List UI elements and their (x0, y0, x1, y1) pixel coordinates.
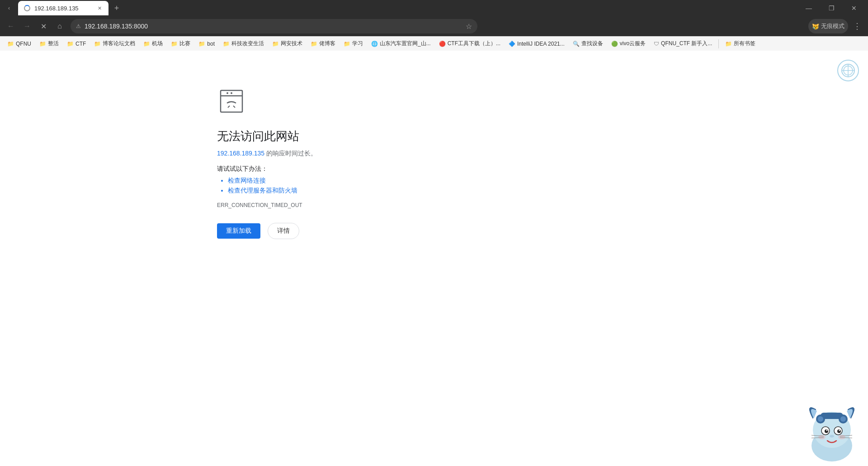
svg-point-21 (826, 430, 828, 431)
security-icon: ⚠ (76, 23, 81, 29)
error-container: 无法访问此网站 192.168.189.135 的响应时间过长。 请试试以下办法… (217, 87, 317, 239)
bookmarks-bar: 📁 QFNU 📁 整活 📁 CTF 📁 博客论坛文档 📁 机场 📁 比赛 📁 b… (0, 36, 868, 51)
error-subtitle: 192.168.189.135 的响应时间过长。 (217, 150, 317, 158)
browser-chrome: ‹ 192.168.189.135 ✕ + — ❐ ✕ ← → ✕ ⌂ ⚠ 19… (0, 0, 868, 51)
bookmark-jichang[interactable]: 📁 机场 (140, 38, 166, 50)
bookmark-wangan-tech[interactable]: 📁 网安技术 (269, 38, 306, 50)
bookmark-label: QFNU_CTF 新手入... (661, 40, 712, 47)
bookmark-ctf[interactable]: 📁 CTF (63, 38, 90, 50)
svg-line-8 (228, 106, 230, 108)
error-subtitle-suffix: 的响应时间过长。 (264, 150, 317, 157)
bookmark-ctf-tools[interactable]: 🔴 CTF工具下载（上）... (435, 38, 504, 50)
folder-icon: 📁 (311, 41, 317, 47)
favicon-icon: 🔴 (439, 41, 446, 47)
svg-point-15 (818, 416, 823, 422)
bookmark-star-icon[interactable]: ☆ (466, 22, 472, 31)
tab-bar: ‹ 192.168.189.135 ✕ + — ❐ ✕ (0, 0, 868, 16)
browser-menu-button[interactable]: ⋮ (850, 19, 864, 33)
url-bar[interactable]: ⚠ 192.168.189.135:8000 ☆ (71, 19, 477, 33)
tab-favicon (24, 5, 31, 12)
mascot-image (796, 394, 868, 466)
error-buttons: 重新加载 详情 (217, 223, 317, 239)
svg-line-9 (233, 106, 235, 108)
bookmark-intellij[interactable]: 🔷 IntelliJ IDEA 2021... (505, 38, 568, 50)
svg-point-16 (840, 416, 846, 422)
url-text: 192.168.189.135:8000 (85, 23, 462, 30)
tab-close-button[interactable]: ✕ (96, 5, 103, 12)
error-title: 无法访问此网站 (217, 128, 317, 144)
svg-point-24 (818, 435, 826, 439)
folder-icon: 📁 (67, 41, 74, 47)
page-content: 无法访问此网站 192.168.189.135 的响应时间过长。 请试试以下办法… (0, 51, 868, 466)
svg-point-7 (231, 92, 232, 94)
back-button[interactable]: ← (4, 19, 18, 33)
error-suggestions-list: 检查网络连接 检查代理服务器和防火墙 (217, 177, 317, 195)
bookmark-shandong-car[interactable]: 🌐 山东汽车置官网_山... (368, 38, 434, 50)
bookmark-bisai[interactable]: 📁 比赛 (167, 38, 194, 50)
suggestion-text: 检查网络连接 (228, 177, 266, 184)
bookmark-label: 网安技术 (281, 40, 302, 47)
bookmark-label: 整活 (48, 40, 59, 47)
tab-prev-button[interactable]: ‹ (4, 3, 14, 14)
reload-button[interactable]: ✕ (36, 19, 51, 33)
home-button[interactable]: ⌂ (52, 19, 67, 33)
close-button[interactable]: ✕ (844, 1, 864, 15)
bookmark-blog-docs[interactable]: 📁 博客论坛文档 (90, 38, 139, 50)
bookmark-label: QFNU (16, 41, 31, 47)
favicon-icon: 🌐 (371, 41, 378, 47)
minimize-button[interactable]: — (798, 1, 819, 15)
mascot-svg (796, 394, 868, 466)
error-ip: 192.168.189.135 (217, 150, 264, 157)
folder-icon: 📁 (272, 41, 279, 47)
folder-icon: 📁 (143, 41, 150, 47)
folder-icon: 📁 (7, 41, 14, 47)
bookmark-bot[interactable]: 📁 bot (195, 38, 218, 50)
bookmark-label: CTF工具下载（上）... (448, 40, 500, 47)
error-code: ERR_CONNECTION_TIMED_OUT (217, 202, 317, 208)
active-tab[interactable]: 192.168.189.135 ✕ (18, 1, 108, 15)
bookmark-vivo-cloud[interactable]: 🟢 vivo云服务 (608, 38, 649, 50)
window-controls: — ❐ ✕ (798, 1, 864, 15)
incognito-button[interactable]: 😿 无痕模式 (808, 19, 848, 33)
tab-loading-spinner (24, 5, 30, 11)
new-tab-button[interactable]: + (110, 2, 123, 14)
bookmark-label: 机场 (152, 40, 163, 47)
forward-button[interactable]: → (20, 19, 34, 33)
toolbar-right: 😿 无痕模式 ⋮ (808, 19, 864, 33)
details-button[interactable]: 详情 (268, 223, 299, 239)
incognito-icon: 😿 (812, 23, 819, 30)
restore-button[interactable]: ❐ (821, 1, 842, 15)
folder-icon: 📁 (171, 41, 178, 47)
folder-icon: 📁 (94, 41, 101, 47)
bookmark-laoshi[interactable]: 📁 佬博客 (307, 38, 339, 50)
bookmarks-divider (718, 39, 719, 48)
bookmark-label: 博客论坛文档 (103, 40, 135, 47)
address-bar: ← → ✕ ⌂ ⚠ 192.168.189.135:8000 ☆ 😿 无痕模式 … (0, 16, 868, 36)
bookmark-find-device[interactable]: 🔍 查找设备 (569, 38, 607, 50)
bookmark-label: 比赛 (179, 40, 190, 47)
reload-page-button[interactable]: 重新加载 (217, 223, 260, 239)
bookmark-zuoye[interactable]: 📁 整活 (36, 38, 62, 50)
suggestion-text: 检查代理服务器和防火墙 (228, 187, 297, 194)
bookmark-xuexi[interactable]: 📁 学习 (340, 38, 367, 50)
tab-title: 192.168.189.135 (34, 5, 92, 12)
bookmark-all[interactable]: 📁 所有书签 (722, 38, 759, 50)
bookmark-label: 查找设备 (581, 40, 603, 47)
bookmark-label: 学习 (352, 40, 363, 47)
svg-point-6 (226, 92, 228, 94)
error-try-text: 请试试以下办法： (217, 165, 317, 173)
bookmark-label: 佬博客 (319, 40, 335, 47)
bookmark-label: CTF (75, 41, 86, 47)
bookmark-label: bot (207, 41, 215, 47)
bookmark-tech-change[interactable]: 📁 科技改变生活 (219, 38, 268, 50)
bookmark-qfnu-ctf[interactable]: 🛡 QFNU_CTF 新手入... (650, 38, 716, 50)
suggestion-check-network[interactable]: 检查网络连接 (228, 177, 317, 185)
bookmark-label: 科技改变生活 (231, 40, 264, 47)
folder-icon: 📁 (344, 41, 350, 47)
error-sad-icon (217, 87, 246, 116)
suggestion-check-proxy[interactable]: 检查代理服务器和防火墙 (228, 187, 317, 195)
bookmark-qfnu[interactable]: 📁 QFNU (4, 38, 35, 50)
folder-icon: 📁 (725, 41, 732, 47)
bookmark-label: 山东汽车置官网_山... (380, 40, 431, 47)
folder-icon: 📁 (39, 41, 46, 47)
